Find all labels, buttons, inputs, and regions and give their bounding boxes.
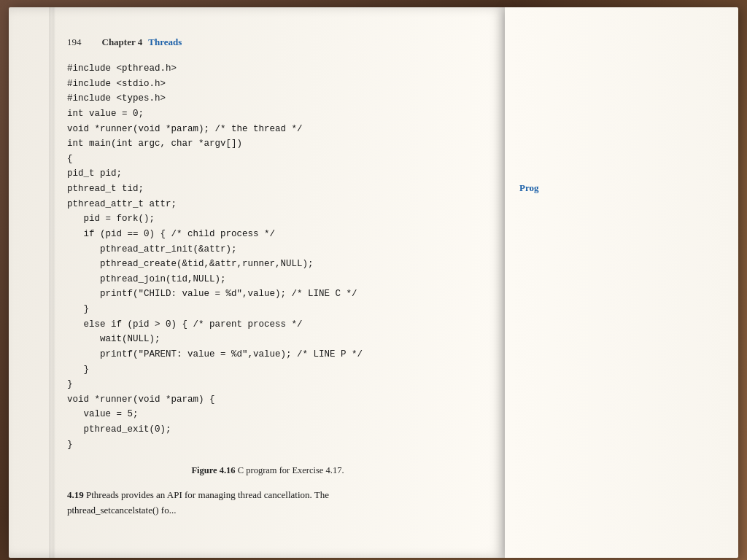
- code-line: pthread_attr_init(&attr);: [67, 242, 468, 257]
- code-line: int main(int argc, char *argv[]): [67, 136, 468, 152]
- code-line: int value = 0;: [67, 106, 468, 122]
- code-line: }: [67, 362, 468, 378]
- right-page: Prog: [505, 7, 738, 558]
- code-line: wait(NULL);: [67, 332, 468, 347]
- figure-caption: Figure 4.16 C program for Exercise 4.17.: [67, 465, 468, 476]
- code-line: printf("PARENT: value = %d",value); /* L…: [67, 347, 468, 362]
- code-line: pthread_join(tid,NULL);: [67, 272, 468, 287]
- figure-label: Figure 4.16: [191, 465, 235, 475]
- page-number: 194: [67, 36, 82, 48]
- code-block: #include <pthread.h>#include <stdio.h>#i…: [67, 61, 468, 452]
- code-line: value = 5;: [67, 407, 468, 422]
- code-line: pid_t pid;: [67, 166, 468, 182]
- code-line: #include <pthread.h>: [67, 61, 468, 77]
- code-line: #include <stdio.h>: [67, 77, 468, 92]
- right-page-label: Prog: [519, 182, 716, 194]
- code-line: {: [67, 152, 468, 167]
- exercise-cont: pthread_setcancelstate() fo...: [67, 505, 176, 516]
- code-line: void *runner(void *param); /* the thread…: [67, 122, 468, 137]
- code-line: #include <types.h>: [67, 91, 468, 106]
- exercise-number: 4.19: [67, 489, 84, 500]
- exercise-text: 4.19 Pthreads provides an API for managi…: [67, 488, 468, 518]
- code-line: pthread_create(&tid,&attr,runner,NULL);: [67, 257, 468, 272]
- left-page: 194 Chapter 4 Threads #include <pthread.…: [9, 7, 505, 558]
- code-line: pthread_exit(0);: [67, 422, 468, 438]
- code-line: }: [67, 438, 468, 453]
- code-line: }: [67, 302, 468, 317]
- chapter-title: Threads: [148, 36, 182, 48]
- code-line: void *runner(void *param) {: [67, 392, 468, 408]
- figure-desc: C program for Exercise 4.17.: [238, 465, 344, 475]
- code-line: printf("CHILD: value = %d",value); /* LI…: [67, 287, 468, 302]
- code-line: else if (pid > 0) { /* parent process */: [67, 317, 468, 332]
- code-line: pthread_attr_t attr;: [67, 197, 468, 212]
- code-line: pid = fork();: [67, 211, 468, 227]
- code-line: pthread_t tid;: [67, 182, 468, 197]
- exercise-content: Pthreads provides an API for managing th…: [86, 489, 329, 500]
- chapter-label: Chapter 4: [102, 36, 143, 48]
- code-line: }: [67, 377, 468, 392]
- book-spread: 194 Chapter 4 Threads #include <pthread.…: [0, 0, 747, 560]
- page-spine-shadow: [49, 7, 56, 558]
- page-header: 194 Chapter 4 Threads: [67, 36, 468, 48]
- code-line: if (pid == 0) { /* child process */: [67, 227, 468, 242]
